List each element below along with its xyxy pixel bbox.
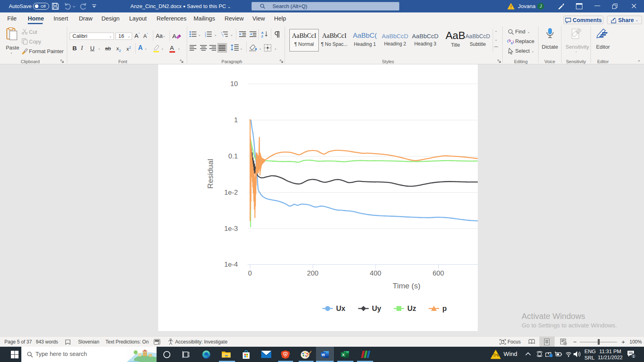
svg-text:Uz: Uz <box>407 304 416 313</box>
svg-text:Residual: Residual <box>206 159 215 189</box>
svg-text:W: W <box>322 353 325 357</box>
svg-text:!: ! <box>510 4 512 9</box>
svg-text:X: X <box>342 353 345 357</box>
svg-text:p: p <box>442 304 447 313</box>
svg-text:Ux: Ux <box>336 304 345 313</box>
svg-text:1e-2: 1e-2 <box>224 189 238 196</box>
svg-text:Off: Off <box>41 4 46 8</box>
svg-text:3: 3 <box>205 35 206 37</box>
svg-text:Uy: Uy <box>372 304 381 313</box>
svg-text:1e-3: 1e-3 <box>224 225 238 232</box>
svg-text:0.1: 0.1 <box>228 152 238 160</box>
svg-text:600: 600 <box>433 269 444 277</box>
svg-text:Time (s): Time (s) <box>393 282 421 290</box>
svg-text:Z: Z <box>261 35 263 38</box>
svg-text:c: c <box>511 41 513 45</box>
svg-text:10: 10 <box>230 80 238 88</box>
svg-text:1: 1 <box>234 116 238 124</box>
svg-text:1e-4: 1e-4 <box>224 261 238 268</box>
svg-text:200: 200 <box>307 269 318 277</box>
svg-text:i: i <box>223 35 223 37</box>
svg-text:A: A <box>261 31 264 35</box>
svg-text:400: 400 <box>370 269 381 277</box>
svg-text:1: 1 <box>632 354 634 358</box>
svg-text:0: 0 <box>248 269 252 277</box>
